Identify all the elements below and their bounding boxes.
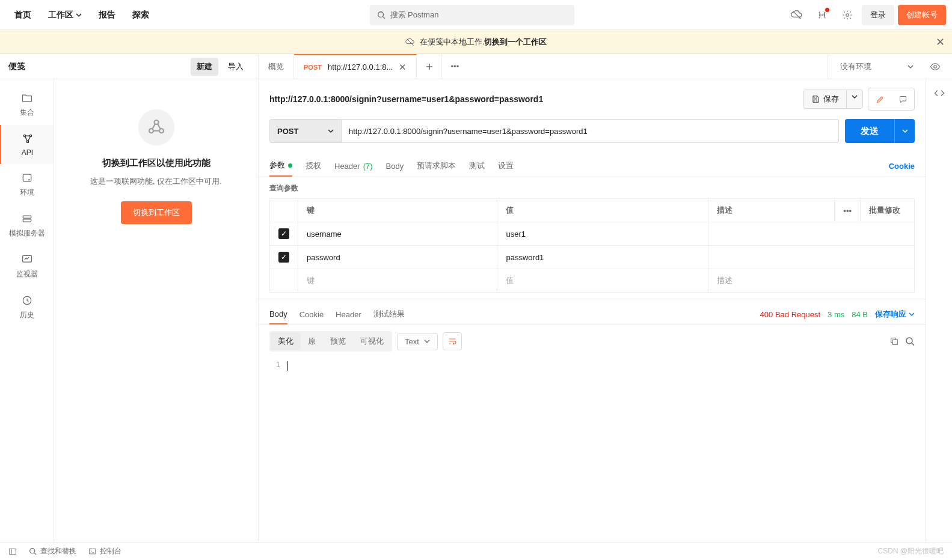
param-key[interactable]: password xyxy=(298,246,497,269)
create-account-button[interactable]: 创建帐号 xyxy=(898,5,946,25)
new-tab-button[interactable] xyxy=(417,54,442,79)
nav-home[interactable]: 首页 xyxy=(6,4,40,26)
edit-button[interactable] xyxy=(870,90,890,109)
nav-label: 环境 xyxy=(20,187,34,198)
view-visualize-button[interactable]: 可视化 xyxy=(353,332,391,350)
pane-desc: 这是一项联网功能, 仅在工作区中可用. xyxy=(90,176,222,187)
nav-monitor[interactable]: 监视器 xyxy=(0,246,54,287)
checkbox[interactable]: ✓ xyxy=(278,228,289,239)
search-icon xyxy=(377,11,385,19)
chevron-down-icon xyxy=(907,64,914,70)
param-value[interactable]: user1 xyxy=(497,222,708,246)
sidebar-toggle[interactable] xyxy=(8,547,17,556)
cloud-sync-icon[interactable] xyxy=(786,4,808,26)
antenna-icon[interactable] xyxy=(811,4,833,26)
subtab-prereq[interactable]: 预请求脚本 xyxy=(417,156,456,176)
cookie-link[interactable]: Cookie xyxy=(889,162,915,171)
tab-overview[interactable]: 概览 xyxy=(259,54,294,79)
view-pretty-button[interactable]: 美化 xyxy=(271,332,301,350)
save-more-button[interactable] xyxy=(846,90,863,109)
url-row: POST http://127.0.0.1:8000/signin?userna… xyxy=(269,119,915,143)
history-icon xyxy=(20,294,34,307)
tab-method: POST xyxy=(304,64,322,71)
response-body[interactable]: 1 xyxy=(259,358,926,542)
wrap-button[interactable] xyxy=(443,332,462,350)
col-check xyxy=(270,199,298,222)
param-desc[interactable] xyxy=(708,222,915,246)
svg-point-3 xyxy=(23,135,25,136)
nav-workspace[interactable]: 工作区 xyxy=(40,4,90,26)
resp-tab-header[interactable]: Header xyxy=(336,305,361,324)
login-button[interactable]: 登录 xyxy=(862,5,894,25)
col-key: 键 xyxy=(298,199,497,222)
code-panel-toggle[interactable] xyxy=(926,79,952,542)
param-value[interactable]: password1 xyxy=(497,246,708,269)
method-select[interactable]: POST xyxy=(269,119,342,143)
console-icon xyxy=(88,547,96,555)
col-desc: 描述 xyxy=(708,199,835,222)
monitor-icon xyxy=(20,253,34,266)
nav-reports[interactable]: 报告 xyxy=(90,4,124,26)
resp-tab-tests[interactable]: 测试结果 xyxy=(373,304,405,324)
save-response-button[interactable]: 保存响应 xyxy=(875,309,915,320)
send-button[interactable]: 发送 xyxy=(845,119,894,143)
subtab-params[interactable]: 参数 xyxy=(269,155,292,177)
new-button[interactable]: 新建 xyxy=(191,58,218,76)
find-replace-button[interactable]: 查找和替换 xyxy=(29,546,76,556)
nav-explore[interactable]: 探索 xyxy=(124,4,158,26)
switch-workspace-button[interactable]: 切换到工作区 xyxy=(121,201,192,224)
nav-mock[interactable]: 模拟服务器 xyxy=(0,205,54,246)
import-button[interactable]: 导入 xyxy=(222,58,250,76)
nav-api[interactable]: API xyxy=(0,125,54,164)
resp-tab-body[interactable]: Body xyxy=(269,305,287,324)
close-icon[interactable]: ✕ xyxy=(399,62,407,73)
right-column: 概览 POST http://127.0.0.1:8... ✕ ••• 没有环境 xyxy=(259,54,952,542)
format-label: Text xyxy=(405,337,419,346)
param-value-input[interactable]: 值 xyxy=(497,269,708,293)
env-quickview-button[interactable] xyxy=(924,56,946,78)
bulk-edit-button[interactable]: 批量修改 xyxy=(861,199,915,222)
resp-tab-cookie[interactable]: Cookie xyxy=(299,305,324,324)
close-icon[interactable]: ✕ xyxy=(936,35,945,49)
table-row: ✓ password password1 xyxy=(270,246,915,269)
sidebar-title: 便笺 xyxy=(8,61,25,72)
more-tabs-button[interactable]: ••• xyxy=(442,54,467,79)
nav-rail: 集合 API 环境 模拟服务器 xyxy=(0,79,54,542)
server-icon xyxy=(20,212,34,225)
console-button[interactable]: 控制台 xyxy=(88,546,121,556)
topbar-nav: 首页 工作区 报告 探索 xyxy=(6,4,158,26)
param-desc[interactable] xyxy=(708,246,915,269)
topbar-right: 登录 创建帐号 xyxy=(786,4,946,26)
search-icon[interactable] xyxy=(905,336,915,346)
pane-title: 切换到工作区以使用此功能 xyxy=(102,157,210,169)
environment-select[interactable]: 没有环境 xyxy=(828,54,920,79)
banner-switch-link[interactable]: 切换到一个工作区 xyxy=(484,37,547,47)
send-more-button[interactable] xyxy=(894,119,915,143)
param-desc-input[interactable]: 描述 xyxy=(708,269,915,293)
subtab-headers[interactable]: Header (7) xyxy=(334,157,373,175)
nav-env[interactable]: 环境 xyxy=(0,164,54,205)
view-preview-button[interactable]: 预览 xyxy=(323,332,353,350)
comment-button[interactable] xyxy=(892,90,913,109)
copy-icon[interactable] xyxy=(889,336,899,346)
subtab-body[interactable]: Body xyxy=(386,157,404,175)
format-select[interactable]: Text xyxy=(397,333,438,350)
search-input[interactable]: 搜索 Postman xyxy=(370,5,574,25)
nav-collections[interactable]: 集合 xyxy=(0,84,54,125)
col-more[interactable]: ••• xyxy=(835,199,861,222)
view-raw-button[interactable]: 原 xyxy=(301,332,323,350)
subtab-settings[interactable]: 设置 xyxy=(498,156,514,176)
svg-point-12 xyxy=(154,120,158,124)
param-key-input[interactable]: 键 xyxy=(298,269,497,293)
svg-rect-6 xyxy=(23,174,31,181)
checkbox[interactable]: ✓ xyxy=(278,252,289,263)
save-button[interactable]: 保存 xyxy=(803,90,846,109)
subtab-tests[interactable]: 测试 xyxy=(469,156,485,176)
param-key[interactable]: username xyxy=(298,222,497,246)
search-placeholder: 搜索 Postman xyxy=(390,10,439,20)
tab-request[interactable]: POST http://127.0.0.1:8... ✕ xyxy=(294,54,417,79)
nav-history[interactable]: 历史 xyxy=(0,287,54,327)
subtab-auth[interactable]: 授权 xyxy=(306,156,321,176)
url-input[interactable]: http://127.0.0.1:8000/signin?username=us… xyxy=(342,119,839,143)
gear-icon[interactable] xyxy=(837,4,858,26)
